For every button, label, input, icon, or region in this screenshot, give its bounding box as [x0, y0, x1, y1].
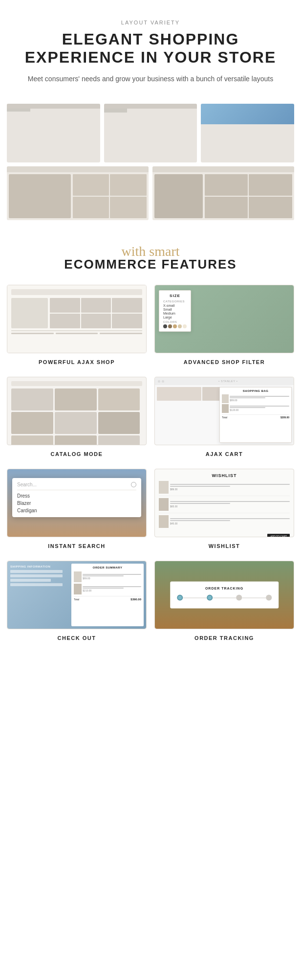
feature-label-filter: ADVANCED SHOP FILTER — [184, 359, 265, 365]
feature-card-tracking: ORDER TRACKING ORDER TRACKING — [154, 561, 294, 645]
tracking-step-3 — [236, 595, 242, 601]
bottom-padding — [0, 653, 301, 667]
ss-small-products-5 — [205, 174, 292, 218]
screenshot-4 — [7, 166, 149, 220]
screenshot-1 — [7, 104, 100, 162]
color-swatch-cream — [183, 324, 187, 328]
wishlist-cta: ADD TO CART — [159, 530, 290, 537]
feature-label-catalog: CATALOG MODE — [51, 451, 103, 457]
cart-item-row: $120.00 — [222, 404, 289, 413]
ss-grid-1 — [30, 109, 100, 112]
tracking-step-4 — [266, 595, 272, 601]
feature-image-search: Search... Dress Blazer Cardigan — [7, 469, 147, 537]
add-to-cart-btn[interactable]: ADD TO CART — [267, 534, 290, 537]
order-summary-panel: ORDER SUMMARY $89.00 — [71, 564, 144, 626]
feature-image-tracking: ORDER TRACKING — [154, 561, 294, 629]
feature-image-filter: SIZE CATEGORIES X-small Small Medium Lar… — [154, 285, 294, 353]
features-grid: POWERFUL AJAX SHOP SIZE CATEGORIES X-sma… — [0, 277, 301, 653]
checkout-item-details: $210.00 — [83, 586, 141, 592]
screenshots-bottom-row — [7, 166, 294, 220]
feature-card-ajax-shop: POWERFUL AJAX SHOP — [7, 285, 147, 369]
order-summary-title: ORDER SUMMARY — [74, 566, 141, 569]
wishlist-line — [170, 518, 290, 519]
filter-size-xsmall: X-small — [163, 304, 187, 307]
feature-label-search: INSTANT SEARCH — [48, 543, 105, 549]
filter-size-large: Large — [163, 316, 187, 319]
search-suggestion-3: Cardigan — [17, 508, 136, 513]
search-icon — [131, 482, 136, 487]
tracking-line — [242, 597, 266, 598]
feature-image-checkout: SHIPPING INFORMATION ORDER SUMMARY $89 — [7, 561, 147, 629]
feature-label-ajax-shop: POWERFUL AJAX SHOP — [39, 359, 115, 365]
tracking-panel: ORDER TRACKING — [170, 582, 279, 609]
wishlist-item-info: $65.00 — [170, 501, 290, 508]
feature-card-filter: SIZE CATEGORIES X-small Small Medium Lar… — [154, 285, 294, 369]
ss-small-item — [249, 174, 292, 196]
main-title-line2: EXPERIENCE IN YOUR STORE — [25, 48, 276, 66]
search-panel: Search... Dress Blazer Cardigan — [12, 478, 141, 517]
search-input-row: Search... — [17, 482, 136, 490]
wishlist-item-info: $45.00 — [170, 518, 290, 525]
feature-card-catalog: CATALOG MODE — [7, 377, 147, 461]
feature-image-ajax-shop — [7, 285, 147, 353]
ss-large-product-5 — [154, 174, 203, 218]
ss-sidebar-1 — [7, 109, 30, 112]
screenshots-top-row — [7, 104, 294, 162]
checkout-detail-line — [83, 574, 141, 575]
window-dot — [158, 380, 160, 383]
cart-panel-title: SHOPPING BAG — [222, 389, 289, 392]
header-section: LAYOUT VARIETY ELEGANT SHOPPING EXPERIEN… — [0, 0, 301, 94]
smart-section: with smart ECOMMERCE FEATURES — [0, 229, 301, 277]
ss-sidebar-2 — [104, 109, 128, 113]
ss-small-item — [249, 197, 292, 218]
cart-item-image — [222, 404, 229, 413]
screenshots-section — [0, 94, 301, 229]
ecommerce-title: ECOMMERCE FEATURES — [10, 257, 291, 272]
cart-total-row: Total $209.00 — [222, 414, 289, 419]
feature-label-checkout: CHECK OUT — [58, 635, 96, 641]
wishlist-item-img — [159, 481, 169, 494]
ss-wide-body-4 — [7, 172, 149, 220]
tracking-step-1 — [177, 595, 183, 601]
ss-header-1 — [7, 104, 100, 109]
feature-image-wishlist: WISHLIST $89.00 $65.00 — [154, 469, 294, 537]
wishlist-line — [170, 520, 230, 521]
ajax-cart-panel: SHOPPING BAG $89.00 — [219, 387, 292, 443]
wishlist-price: $65.00 — [170, 505, 290, 508]
wishlist-item-info: $89.00 — [170, 484, 290, 491]
checkout-total-amount: $390.00 — [130, 598, 141, 601]
checkout-detail-line — [83, 575, 124, 576]
tracking-step-2 — [207, 595, 213, 601]
ss-body-1 — [7, 109, 100, 112]
cart-item-info: $89.00 — [230, 396, 289, 402]
cart-item-price: $89.00 — [230, 399, 289, 402]
checkout-item-2: $210.00 — [74, 584, 141, 594]
checkout-field — [10, 574, 63, 577]
cart-item-line — [230, 407, 265, 408]
ss-small-item — [73, 197, 109, 218]
search-suggestion-2: Blazer — [17, 501, 136, 506]
checkout-item-img — [74, 584, 82, 594]
wishlist-item-row: $89.00 — [159, 481, 290, 496]
wishlist-item-img — [159, 515, 169, 528]
cart-item-line — [230, 397, 265, 398]
cart-item-row: $89.00 — [222, 394, 289, 403]
checkout-item-img — [74, 571, 82, 582]
ss-products-3 — [201, 124, 294, 128]
filter-size-medium: Medium — [163, 312, 187, 315]
wishlist-item-img — [159, 498, 169, 511]
color-swatch-tan — [173, 324, 177, 328]
main-title-line1: ELEGANT SHOPPING — [62, 30, 239, 48]
color-swatch-dark — [163, 324, 167, 328]
ss-small-item — [110, 174, 147, 196]
shipping-label: SHIPPING INFORMATION — [10, 565, 68, 568]
wishlist-item-row: $45.00 — [159, 515, 290, 528]
checkout-detail-line — [83, 588, 124, 589]
feature-label-wishlist: WISHLIST — [209, 543, 240, 549]
cart-total-value: $209.00 — [280, 416, 289, 419]
filter-size-label: SIZE — [163, 294, 187, 298]
ss-small-item — [110, 197, 147, 218]
feature-label-cart: AJAX CART — [206, 451, 243, 457]
ss-small-products-4 — [73, 174, 147, 218]
ss-wide-body-5 — [152, 172, 294, 220]
